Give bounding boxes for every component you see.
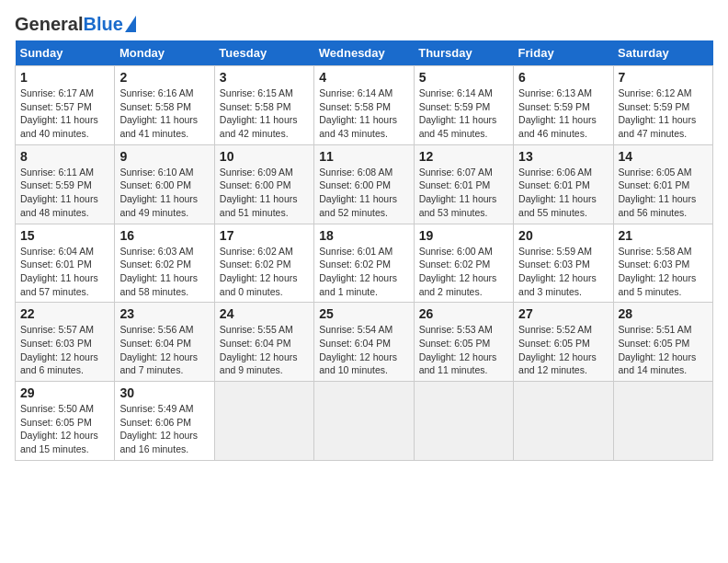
day-number: 17 xyxy=(220,228,309,243)
day-of-week-header: Monday xyxy=(115,40,214,66)
day-of-week-header: Saturday xyxy=(613,40,712,66)
day-number: 12 xyxy=(419,149,508,164)
cell-info: Sunrise: 6:09 AMSunset: 6:00 PMDaylight:… xyxy=(220,166,309,220)
day-number: 24 xyxy=(220,306,309,321)
cell-info: Sunrise: 5:52 AMSunset: 6:05 PMDaylight:… xyxy=(518,323,608,377)
day-number: 7 xyxy=(619,70,708,85)
cell-info: Sunrise: 6:02 AMSunset: 6:02 PMDaylight:… xyxy=(220,245,309,299)
calendar-cell: 9Sunrise: 6:10 AMSunset: 6:00 PMDaylight… xyxy=(115,144,214,224)
cell-info: Sunrise: 5:50 AMSunset: 6:05 PMDaylight:… xyxy=(20,402,109,456)
calendar-cell: 21Sunrise: 5:58 AMSunset: 6:03 PMDayligh… xyxy=(613,224,712,303)
cell-info: Sunrise: 6:04 AMSunset: 6:01 PMDaylight:… xyxy=(20,245,109,299)
day-number: 30 xyxy=(119,385,209,400)
day-number: 26 xyxy=(419,306,508,321)
calendar-cell: 30Sunrise: 5:49 AMSunset: 6:06 PMDayligh… xyxy=(115,382,214,461)
calendar-cell: 10Sunrise: 6:09 AMSunset: 6:00 PMDayligh… xyxy=(214,144,313,224)
calendar-week-row: 29Sunrise: 5:50 AMSunset: 6:05 PMDayligh… xyxy=(16,382,713,461)
day-number: 27 xyxy=(518,306,608,321)
day-number: 8 xyxy=(20,149,109,164)
cell-info: Sunrise: 5:54 AMSunset: 6:04 PMDaylight:… xyxy=(319,323,408,377)
calendar-week-row: 1Sunrise: 6:17 AMSunset: 5:57 PMDaylight… xyxy=(16,66,713,145)
cell-info: Sunrise: 6:00 AMSunset: 6:02 PMDaylight:… xyxy=(419,245,508,299)
calendar-cell: 4Sunrise: 6:14 AMSunset: 5:58 PMDaylight… xyxy=(314,66,414,145)
calendar-cell: 13Sunrise: 6:06 AMSunset: 6:01 PMDayligh… xyxy=(514,144,613,224)
cell-info: Sunrise: 6:14 AMSunset: 5:58 PMDaylight:… xyxy=(319,86,408,141)
calendar-cell: 3Sunrise: 6:15 AMSunset: 5:58 PMDaylight… xyxy=(214,66,313,145)
calendar-cell: 8Sunrise: 6:11 AMSunset: 5:59 PMDaylight… xyxy=(16,144,115,224)
calendar-cell: 5Sunrise: 6:14 AMSunset: 5:59 PMDaylight… xyxy=(414,66,513,145)
day-number: 29 xyxy=(20,385,109,400)
calendar-cell: 19Sunrise: 6:00 AMSunset: 6:02 PMDayligh… xyxy=(414,224,513,303)
calendar-cell: 22Sunrise: 5:57 AMSunset: 6:03 PMDayligh… xyxy=(16,303,115,382)
cell-info: Sunrise: 5:58 AMSunset: 6:03 PMDaylight:… xyxy=(619,245,708,299)
logo-text: GeneralBlue xyxy=(15,15,123,33)
day-number: 5 xyxy=(419,70,508,85)
day-of-week-header: Tuesday xyxy=(214,40,313,66)
day-of-week-header: Thursday xyxy=(414,40,513,66)
calendar-cell: 7Sunrise: 6:12 AMSunset: 5:59 PMDaylight… xyxy=(613,66,712,145)
day-number: 1 xyxy=(20,70,109,85)
calendar-week-row: 8Sunrise: 6:11 AMSunset: 5:59 PMDaylight… xyxy=(16,144,713,224)
calendar-table: SundayMondayTuesdayWednesdayThursdayFrid… xyxy=(15,40,713,461)
cell-info: Sunrise: 5:51 AMSunset: 6:05 PMDaylight:… xyxy=(619,323,708,377)
calendar-cell xyxy=(314,382,414,461)
calendar-cell: 6Sunrise: 6:13 AMSunset: 5:59 PMDaylight… xyxy=(514,66,613,145)
cell-info: Sunrise: 5:55 AMSunset: 6:04 PMDaylight:… xyxy=(220,323,309,377)
calendar-cell: 1Sunrise: 6:17 AMSunset: 5:57 PMDaylight… xyxy=(16,66,115,145)
day-number: 11 xyxy=(319,149,408,164)
day-of-week-header: Sunday xyxy=(16,40,115,66)
calendar-cell: 28Sunrise: 5:51 AMSunset: 6:05 PMDayligh… xyxy=(613,303,712,382)
calendar-header-row: SundayMondayTuesdayWednesdayThursdayFrid… xyxy=(16,40,713,66)
day-of-week-header: Wednesday xyxy=(314,40,414,66)
day-number: 9 xyxy=(119,149,209,164)
calendar-cell: 2Sunrise: 6:16 AMSunset: 5:58 PMDaylight… xyxy=(115,66,214,145)
page-header: GeneralBlue xyxy=(15,15,713,33)
cell-info: Sunrise: 6:07 AMSunset: 6:01 PMDaylight:… xyxy=(419,166,508,220)
calendar-cell: 12Sunrise: 6:07 AMSunset: 6:01 PMDayligh… xyxy=(414,144,513,224)
calendar-week-row: 22Sunrise: 5:57 AMSunset: 6:03 PMDayligh… xyxy=(16,303,713,382)
calendar-cell: 25Sunrise: 5:54 AMSunset: 6:04 PMDayligh… xyxy=(314,303,414,382)
calendar-cell: 15Sunrise: 6:04 AMSunset: 6:01 PMDayligh… xyxy=(16,224,115,303)
cell-info: Sunrise: 5:57 AMSunset: 6:03 PMDaylight:… xyxy=(20,323,109,377)
calendar-cell xyxy=(613,382,712,461)
day-number: 4 xyxy=(319,70,408,85)
calendar-cell: 29Sunrise: 5:50 AMSunset: 6:05 PMDayligh… xyxy=(16,382,115,461)
day-number: 2 xyxy=(119,70,209,85)
logo-triangle-icon xyxy=(125,16,136,32)
cell-info: Sunrise: 5:53 AMSunset: 6:05 PMDaylight:… xyxy=(419,323,508,377)
cell-info: Sunrise: 6:05 AMSunset: 6:01 PMDaylight:… xyxy=(619,166,708,220)
cell-info: Sunrise: 6:14 AMSunset: 5:59 PMDaylight:… xyxy=(419,86,508,141)
day-of-week-header: Friday xyxy=(514,40,613,66)
day-number: 15 xyxy=(20,228,109,243)
day-number: 25 xyxy=(319,306,408,321)
day-number: 23 xyxy=(119,306,209,321)
calendar-cell: 27Sunrise: 5:52 AMSunset: 6:05 PMDayligh… xyxy=(514,303,613,382)
cell-info: Sunrise: 6:16 AMSunset: 5:58 PMDaylight:… xyxy=(119,86,209,141)
cell-info: Sunrise: 5:59 AMSunset: 6:03 PMDaylight:… xyxy=(518,245,608,299)
calendar-week-row: 15Sunrise: 6:04 AMSunset: 6:01 PMDayligh… xyxy=(16,224,713,303)
day-number: 6 xyxy=(518,70,608,85)
calendar-cell: 24Sunrise: 5:55 AMSunset: 6:04 PMDayligh… xyxy=(214,303,313,382)
calendar-cell: 16Sunrise: 6:03 AMSunset: 6:02 PMDayligh… xyxy=(115,224,214,303)
day-number: 13 xyxy=(518,149,608,164)
day-number: 16 xyxy=(119,228,209,243)
cell-info: Sunrise: 6:01 AMSunset: 6:02 PMDaylight:… xyxy=(319,245,408,299)
cell-info: Sunrise: 6:10 AMSunset: 6:00 PMDaylight:… xyxy=(119,166,209,220)
day-number: 28 xyxy=(619,306,708,321)
day-number: 10 xyxy=(220,149,309,164)
cell-info: Sunrise: 6:17 AMSunset: 5:57 PMDaylight:… xyxy=(20,86,109,141)
cell-info: Sunrise: 6:08 AMSunset: 6:00 PMDaylight:… xyxy=(319,166,408,220)
day-number: 19 xyxy=(419,228,508,243)
cell-info: Sunrise: 6:13 AMSunset: 5:59 PMDaylight:… xyxy=(518,86,608,141)
cell-info: Sunrise: 6:15 AMSunset: 5:58 PMDaylight:… xyxy=(220,86,309,141)
calendar-cell: 26Sunrise: 5:53 AMSunset: 6:05 PMDayligh… xyxy=(414,303,513,382)
day-number: 21 xyxy=(619,228,708,243)
cell-info: Sunrise: 6:06 AMSunset: 6:01 PMDaylight:… xyxy=(518,166,608,220)
calendar-cell xyxy=(214,382,313,461)
day-number: 14 xyxy=(619,149,708,164)
calendar-cell xyxy=(414,382,513,461)
calendar-cell: 23Sunrise: 5:56 AMSunset: 6:04 PMDayligh… xyxy=(115,303,214,382)
cell-info: Sunrise: 5:49 AMSunset: 6:06 PMDaylight:… xyxy=(119,402,209,456)
calendar-cell: 17Sunrise: 6:02 AMSunset: 6:02 PMDayligh… xyxy=(214,224,313,303)
calendar-cell xyxy=(514,382,613,461)
